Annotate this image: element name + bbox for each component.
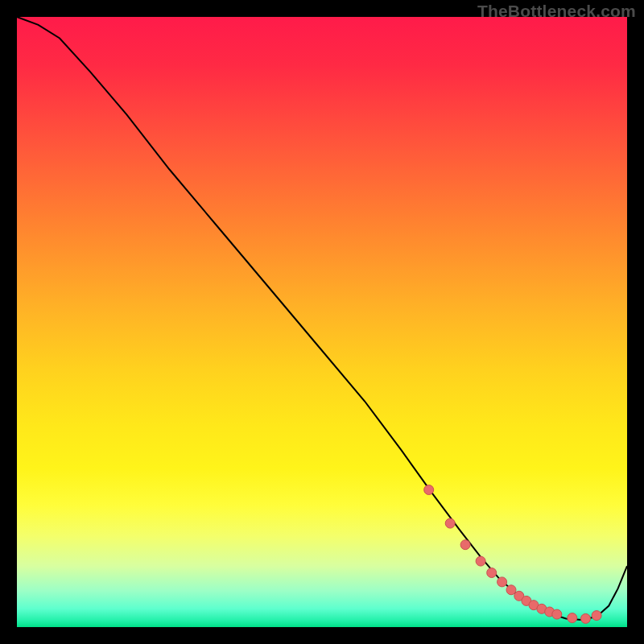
chart-dot (487, 568, 497, 578)
chart-curve (17, 17, 627, 620)
chart-stage: TheBottleneck.com (0, 0, 644, 644)
chart-dot (592, 611, 601, 621)
chart-dot (552, 609, 562, 619)
chart-svg (17, 17, 627, 627)
chart-dots (424, 485, 601, 624)
chart-dot (497, 577, 507, 587)
chart-dot (581, 613, 591, 623)
chart-dot (424, 485, 434, 495)
chart-dot (445, 518, 455, 528)
watermark-text: TheBottleneck.com (477, 2, 636, 21)
chart-plot-area (17, 17, 627, 627)
chart-dot (568, 613, 577, 623)
chart-dot (476, 556, 485, 566)
chart-dot (460, 540, 470, 550)
